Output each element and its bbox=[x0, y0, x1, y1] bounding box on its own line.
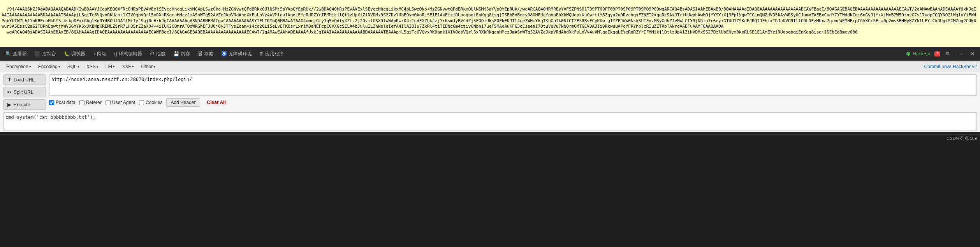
viewer-label: 查看器 bbox=[13, 51, 27, 57]
encryption-arrow-icon: ▾ bbox=[29, 65, 31, 69]
execute-icon: ▶ bbox=[7, 102, 11, 108]
memory-label: 内存 bbox=[181, 51, 190, 57]
add-header-label: Add Header bbox=[171, 100, 195, 105]
menu-encoding[interactable]: Encoding ▾ bbox=[35, 63, 63, 71]
toolbar-debugger[interactable]: 🐛 调试器 bbox=[62, 49, 88, 58]
toolbar-viewer[interactable]: 🔍 查看器 bbox=[3, 49, 29, 58]
storage-icon: 🗄 bbox=[198, 51, 202, 56]
xxe-arrow-icon: ▾ bbox=[132, 65, 134, 69]
execute-label: Execute bbox=[13, 102, 30, 108]
menu-xss[interactable]: XSS ▾ bbox=[83, 63, 102, 71]
menu-encryption[interactable]: Encryption ▾ bbox=[3, 63, 34, 71]
user-agent-checkbox[interactable] bbox=[106, 100, 111, 105]
close-button[interactable]: ✕ bbox=[968, 50, 977, 58]
hackbar-menu: Encryption ▾ Encoding ▾ SQL ▾ XSS ▾ LFI … bbox=[0, 62, 980, 72]
notification-badge: 1 bbox=[934, 51, 940, 56]
status-bar: CSDN 公乱·159 bbox=[0, 134, 980, 142]
post-area bbox=[3, 112, 977, 132]
encoding-arrow-icon: ▾ bbox=[58, 65, 60, 69]
other-label: Other bbox=[141, 64, 153, 69]
encoding-label: Encoding bbox=[38, 64, 58, 69]
status-text: CSDN 公乱·159 bbox=[947, 136, 977, 141]
xss-label: XSS bbox=[86, 64, 96, 69]
commit-now-button[interactable]: Commit now! HackBar v2 bbox=[924, 64, 977, 69]
lfi-arrow-icon: ▾ bbox=[113, 65, 115, 69]
encoded-banner: /9j/4AAQSkZJRgABAQAAAQABAAD/2wBDAAYJCgsK… bbox=[0, 0, 980, 47]
lfi-label: LFI bbox=[106, 64, 112, 69]
user-agent-option[interactable]: User Agent bbox=[106, 100, 135, 105]
hackbar-label: HackBar bbox=[913, 51, 931, 56]
xxe-label: XXE bbox=[122, 64, 131, 69]
post-data-label: Post data bbox=[56, 100, 76, 105]
accessibility-label: 无障碍环境 bbox=[229, 51, 252, 57]
hackbar-indicator: HackBar bbox=[906, 51, 931, 56]
applications-icon: ⊞ bbox=[260, 51, 264, 56]
cookies-checkbox[interactable] bbox=[139, 100, 144, 105]
menu-sql[interactable]: SQL ▾ bbox=[64, 63, 83, 71]
more-label: ··· bbox=[958, 51, 962, 56]
action-buttons: ⬆ Load URL ✂ Split URL ▶ Execute bbox=[3, 74, 46, 110]
hackbar-main: ⬆ Load URL ✂ Split URL ▶ Execute Post da… bbox=[0, 72, 980, 112]
debugger-icon: 🐛 bbox=[64, 51, 70, 56]
toolbar-memory[interactable]: 💾 内存 bbox=[171, 49, 192, 58]
cookies-label: Cookies bbox=[146, 100, 162, 105]
commit-label: Commit now! bbox=[924, 64, 952, 69]
sql-label: SQL bbox=[67, 64, 77, 69]
close-icon: ✕ bbox=[971, 51, 975, 56]
load-url-button[interactable]: ⬆ Load URL bbox=[3, 74, 46, 85]
console-icon: ⬛ bbox=[35, 51, 40, 56]
split-url-label: Split URL bbox=[14, 90, 33, 95]
banner-text: /9j/4AAQSkZJRgABAQAAAQABAAD/2wBDAAYJCgsK… bbox=[2, 7, 976, 29]
performance-label: 性能 bbox=[156, 51, 165, 57]
clear-all-button[interactable]: Clear All bbox=[204, 99, 229, 106]
referer-option[interactable]: Referer bbox=[79, 100, 102, 105]
referer-checkbox[interactable] bbox=[79, 100, 84, 105]
load-url-label: Load URL bbox=[14, 77, 35, 83]
url-input[interactable] bbox=[49, 74, 977, 96]
other-arrow-icon: ▾ bbox=[153, 65, 155, 69]
copy-button[interactable]: ⧉ bbox=[944, 50, 952, 58]
cookies-option[interactable]: Cookies bbox=[139, 100, 162, 105]
url-area: Post data Referer User Agent Cookies Add… bbox=[49, 74, 977, 110]
toolbar-accessibility[interactable]: ♿ 无障碍环境 bbox=[219, 49, 254, 58]
version-label: HackBar v2 bbox=[953, 64, 977, 69]
accessibility-icon: ♿ bbox=[221, 51, 227, 56]
toolbar-right: HackBar 1 ⧉ ··· ✕ bbox=[906, 50, 977, 58]
memory-icon: 💾 bbox=[173, 51, 179, 56]
url-options: Post data Referer User Agent Cookies Add… bbox=[49, 97, 977, 108]
clear-all-label: Clear All bbox=[207, 100, 226, 105]
green-dot-icon bbox=[906, 52, 910, 56]
encryption-label: Encryption bbox=[6, 64, 28, 69]
toolbar-console[interactable]: ⬛ 控制台 bbox=[32, 49, 58, 58]
network-label: 网络 bbox=[97, 51, 106, 57]
toolbar-style-editor[interactable]: {} 样式编辑器 bbox=[112, 49, 144, 58]
xss-arrow-icon: ▾ bbox=[97, 65, 99, 69]
user-agent-label: User Agent bbox=[112, 100, 135, 105]
menu-xxe[interactable]: XXE ▾ bbox=[119, 63, 137, 71]
menu-other[interactable]: Other ▾ bbox=[138, 63, 158, 71]
load-url-icon: ⬆ bbox=[7, 77, 12, 83]
post-data-option[interactable]: Post data bbox=[49, 100, 76, 105]
more-button[interactable]: ··· bbox=[956, 50, 964, 58]
toolbar-storage[interactable]: 🗄 存储 bbox=[195, 49, 216, 58]
console-label: 控制台 bbox=[42, 51, 56, 57]
split-url-icon: ✂ bbox=[7, 89, 12, 95]
storage-label: 存储 bbox=[204, 51, 213, 57]
toolbar-network[interactable]: ↕ 网络 bbox=[91, 49, 109, 58]
post-data-checkbox[interactable] bbox=[49, 100, 54, 105]
split-url-button[interactable]: ✂ Split URL bbox=[3, 87, 46, 97]
toolbar-applications[interactable]: ⊞ 应用程序 bbox=[257, 49, 286, 58]
browser-toolbar: 🔍 查看器 ⬛ 控制台 🐛 调试器 ↕ 网络 {} 样式编辑器 ⏱ 性能 💾 内… bbox=[0, 47, 980, 61]
debugger-label: 调试器 bbox=[71, 51, 85, 57]
post-data-input[interactable] bbox=[3, 112, 977, 131]
performance-icon: ⏱ bbox=[150, 51, 155, 56]
add-header-button[interactable]: Add Header bbox=[166, 98, 200, 107]
hackbar-panel: Encryption ▾ Encoding ▾ SQL ▾ XSS ▾ LFI … bbox=[0, 61, 980, 132]
execute-button[interactable]: ▶ Execute bbox=[3, 99, 46, 110]
menu-lfi[interactable]: LFI ▾ bbox=[102, 63, 118, 71]
style-label: 样式编辑器 bbox=[119, 51, 142, 57]
toolbar-performance[interactable]: ⏱ 性能 bbox=[148, 49, 168, 58]
network-icon: ↕ bbox=[93, 51, 95, 56]
style-icon: {} bbox=[114, 51, 117, 56]
applications-label: 应用程序 bbox=[265, 51, 284, 57]
